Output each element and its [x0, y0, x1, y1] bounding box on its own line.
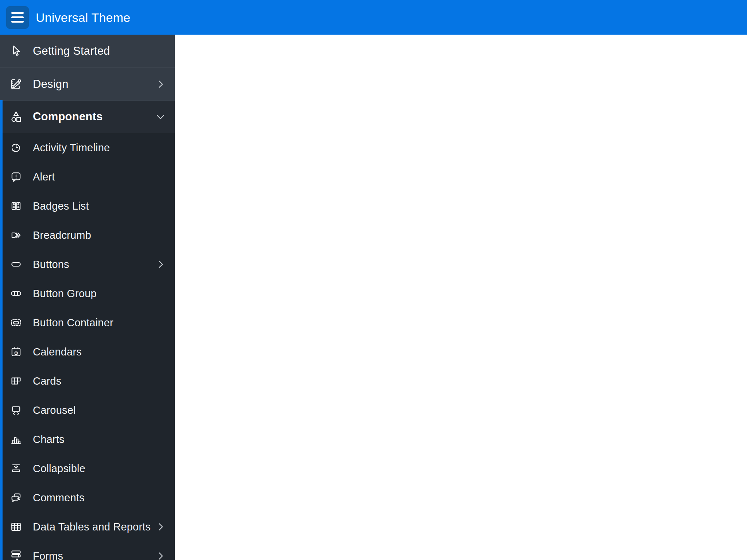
main-content	[175, 35, 747, 560]
chevron-right-icon	[155, 258, 166, 270]
app: { "header": { "title": "Universal Theme"…	[0, 0, 747, 560]
sidebar-item-label: Forms	[33, 550, 63, 560]
data-table-icon	[9, 520, 23, 533]
breadcrumb-icon	[9, 229, 23, 242]
svg-text:1: 1	[15, 352, 17, 354]
sidebar-item-comments[interactable]: Comments	[0, 483, 175, 512]
sidebar-item-label: Activity Timeline	[33, 142, 110, 154]
button-pill-icon	[9, 258, 23, 271]
sidebar-item-getting-started[interactable]: Getting Started	[0, 35, 175, 67]
app-header: Universal Theme	[0, 0, 747, 35]
hamburger-menu-icon	[11, 12, 24, 14]
collapsible-icon	[9, 462, 23, 475]
cursor-icon	[9, 44, 23, 58]
sidebar-item-label: Design	[33, 78, 69, 91]
cards-grid-icon	[9, 374, 23, 388]
sidebar-item-alert[interactable]: Alert	[0, 162, 175, 191]
design-icon	[9, 77, 23, 92]
sidebar-item-collapsible[interactable]: Collapsible	[0, 454, 175, 483]
sidebar-item-badges-list[interactable]: Badges List	[0, 191, 175, 221]
chevron-right-icon	[155, 550, 166, 560]
sidebar-item-label: Button Container	[33, 317, 113, 329]
sidebar-item-label: Buttons	[33, 258, 69, 271]
bar-chart-icon	[9, 433, 23, 446]
sidebar-item-button-container[interactable]: Button Container	[0, 308, 175, 337]
sidebar-item-label: Collapsible	[33, 463, 85, 475]
chevron-right-icon	[155, 521, 166, 533]
sidebar-item-label: Button Group	[33, 288, 97, 300]
button-group-icon	[9, 287, 23, 300]
button-container-icon	[9, 316, 23, 329]
sidebar-item-label: Getting Started	[33, 44, 110, 58]
sidebar-item-data-tables-and-reports[interactable]: Data Tables and Reports	[0, 512, 175, 541]
sidebar-item-buttons[interactable]: Buttons	[0, 250, 175, 279]
comments-icon	[9, 491, 23, 504]
carousel-icon	[9, 404, 23, 417]
components-icon	[9, 109, 23, 124]
forms-icon	[9, 549, 23, 560]
page-title: Universal Theme	[36, 11, 130, 24]
sidebar: Getting StartedDesign Components Activit…	[0, 35, 175, 560]
sidebar-item-activity-timeline[interactable]: Activity Timeline	[0, 133, 175, 162]
sidebar-sub-nav: Activity TimelineAlertBadges ListBreadcr…	[0, 133, 175, 560]
sidebar-item-carousel[interactable]: Carousel	[0, 396, 175, 425]
active-group-indicator	[0, 100, 3, 560]
sidebar-top-nav: Getting StartedDesign	[0, 35, 175, 100]
sidebar-item-forms[interactable]: Forms	[0, 541, 175, 560]
sidebar-item-label: Alert	[33, 171, 55, 183]
sidebar-item-label: Badges List	[33, 200, 89, 212]
sidebar-item-label: Comments	[33, 492, 85, 504]
menu-button[interactable]	[6, 6, 29, 29]
sidebar-item-button-group[interactable]: Button Group	[0, 279, 175, 308]
chevron-right-icon	[155, 78, 166, 90]
sidebar-item-label: Data Tables and Reports	[33, 521, 151, 533]
components-group: Components Activity TimelineAlertBadges …	[0, 100, 175, 560]
sidebar-item-components[interactable]: Components	[0, 100, 175, 133]
sidebar-item-label: Calendars	[33, 346, 82, 358]
sidebar-item-label: Cards	[33, 375, 61, 387]
sidebar-item-breadcrumb[interactable]: Breadcrumb	[0, 221, 175, 250]
sidebar-item-design[interactable]: Design	[0, 67, 175, 100]
history-clock-icon	[9, 141, 23, 154]
badges-list-icon	[9, 199, 23, 213]
sidebar-item-label: Breadcrumb	[33, 229, 91, 241]
sidebar-item-label: Components	[33, 110, 102, 123]
chevron-down-icon	[155, 111, 166, 122]
sidebar-item-charts[interactable]: Charts	[0, 425, 175, 454]
calendar-icon: 1	[9, 345, 23, 358]
sidebar-item-label: Charts	[33, 433, 65, 446]
sidebar-item-calendars[interactable]: 1Calendars	[0, 337, 175, 366]
sidebar-item-cards[interactable]: Cards	[0, 366, 175, 396]
alert-bubble-icon	[9, 170, 23, 183]
sidebar-item-label: Carousel	[33, 404, 76, 416]
